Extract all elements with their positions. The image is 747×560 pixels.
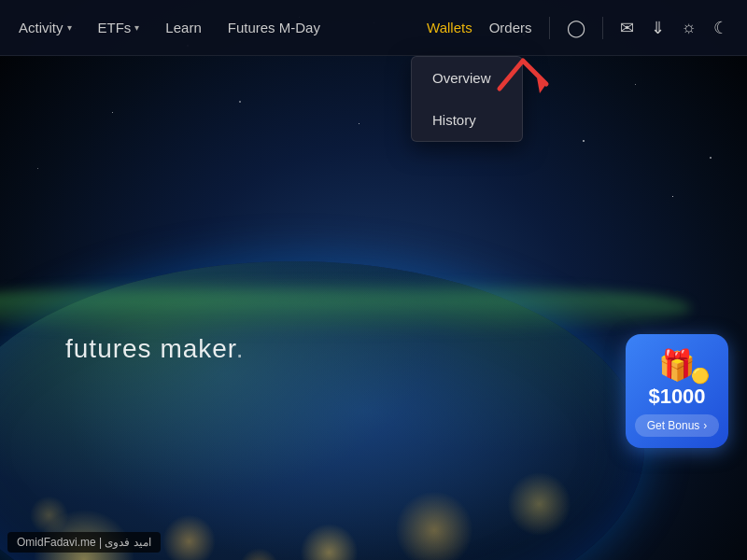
- nav-learn-label: Learn: [165, 20, 201, 35]
- bonus-widget: 🎁 🟡 $1000 Get Bonus ›: [626, 334, 728, 448]
- nav-etfs-arrow: ▾: [134, 22, 139, 33]
- nav-orders[interactable]: Orders: [489, 20, 532, 35]
- nav-left: Activity ▾ ETFs ▾ Learn Futures M-Day: [19, 20, 427, 35]
- nav-wallets[interactable]: Wallets: [427, 20, 472, 35]
- navbar: Activity ▾ ETFs ▾ Learn Futures M-Day Wa…: [0, 0, 747, 56]
- dropdown-overview[interactable]: Overview: [412, 57, 522, 99]
- watermark: امید فدوی | OmidFadavi.me: [7, 532, 161, 553]
- nav-etfs-label: ETFs: [98, 20, 132, 35]
- download-icon[interactable]: ⇓: [651, 18, 665, 38]
- globe-icon[interactable]: ☼: [682, 18, 698, 37]
- nav-learn[interactable]: Learn: [165, 20, 201, 35]
- bonus-amount: $1000: [635, 386, 719, 407]
- bell-icon[interactable]: ✉: [620, 18, 634, 38]
- gift-icon: 🎁 🟡: [635, 347, 719, 383]
- hero-text-label: futures maker: [65, 334, 236, 363]
- nav-right: Wallets Orders ◯ ✉ ⇓ ☼ ☾: [427, 17, 728, 39]
- moon-icon[interactable]: ☾: [713, 18, 728, 38]
- nav-separator-1: [549, 17, 550, 39]
- bonus-arrow-icon: ›: [703, 419, 707, 432]
- hero-text: futures maker.: [65, 334, 244, 364]
- dropdown-history[interactable]: History: [412, 99, 522, 141]
- nav-etfs[interactable]: ETFs ▾: [98, 20, 140, 35]
- coin-icon: 🟡: [691, 367, 710, 385]
- nav-activity-label: Activity: [19, 20, 63, 35]
- bonus-btn-label: Get Bonus: [647, 419, 700, 432]
- nav-futures-mday[interactable]: Futures M-Day: [228, 20, 320, 35]
- nav-separator-2: [602, 17, 603, 39]
- watermark-text: امید فدوی | OmidFadavi.me: [17, 536, 151, 549]
- nav-activity[interactable]: Activity ▾: [19, 20, 72, 35]
- nav-activity-arrow: ▾: [67, 22, 72, 33]
- wallets-dropdown: Overview History: [411, 56, 523, 142]
- get-bonus-button[interactable]: Get Bonus ›: [635, 414, 719, 437]
- nav-futures-mday-label: Futures M-Day: [228, 20, 320, 35]
- hero-dot: .: [236, 334, 245, 363]
- user-icon[interactable]: ◯: [567, 18, 585, 38]
